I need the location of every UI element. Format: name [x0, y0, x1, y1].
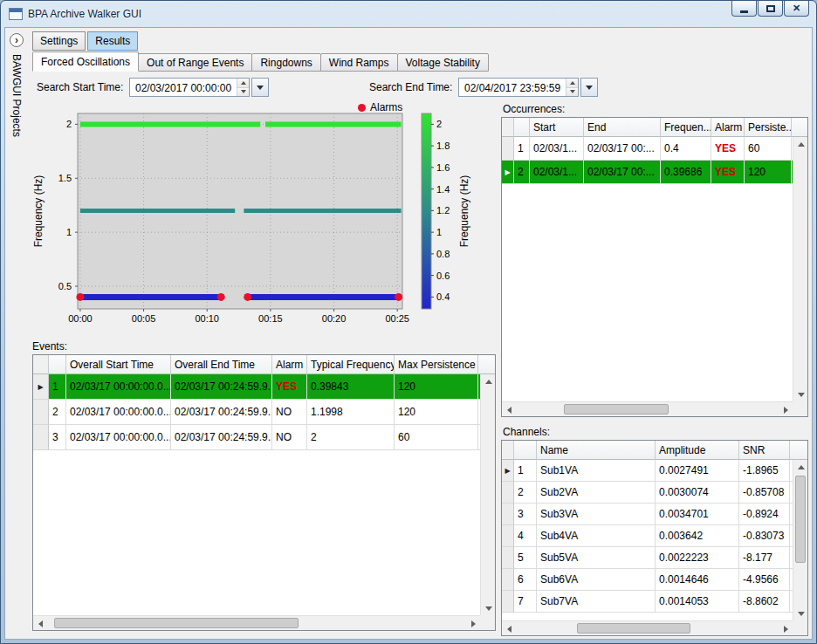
scroll-right-button[interactable] — [779, 402, 793, 417]
cell[interactable]: 0.0014053 — [656, 591, 739, 613]
cell[interactable]: 02/03/1... — [530, 161, 584, 184]
cell[interactable]: 02/03/17 00:00:00.0... — [66, 425, 171, 450]
cell[interactable]: NO — [272, 425, 307, 450]
scrollbar-thumb[interactable] — [577, 623, 690, 634]
column-header[interactable]: End — [584, 118, 661, 137]
table-row[interactable]: 6Sub6VA0.0014646-4.9566 — [502, 569, 807, 591]
cell[interactable]: 2 — [307, 425, 395, 450]
row-header[interactable] — [502, 591, 514, 613]
cell[interactable]: 02/03/17 00:00:00.0... — [66, 400, 171, 425]
column-header[interactable]: Frequen... — [661, 118, 711, 137]
row-header[interactable] — [502, 547, 514, 569]
column-header[interactable]: Overall Start Time — [66, 355, 171, 374]
cell[interactable]: Sub6VA — [537, 569, 656, 591]
cell[interactable]: -1.8965 — [739, 460, 790, 482]
cell[interactable]: 02/03/1... — [530, 137, 584, 161]
cell[interactable]: 02/03/17 00:... — [584, 137, 661, 161]
cell[interactable]: -0.8924 — [739, 504, 790, 525]
cell[interactable]: 3 — [514, 504, 537, 525]
scrollbar-track[interactable] — [47, 616, 466, 630]
tab-results[interactable]: Results — [87, 31, 138, 51]
row-header[interactable] — [502, 525, 514, 547]
column-header[interactable]: Amplitude — [656, 441, 739, 460]
scroll-left-button[interactable] — [33, 616, 47, 631]
scroll-down-button[interactable] — [793, 606, 808, 620]
column-header[interactable]: Alarm — [711, 118, 745, 137]
cell[interactable]: 02/03/17 00:00:00.0... — [66, 374, 171, 400]
cell[interactable]: 120 — [395, 400, 478, 425]
column-header[interactable] — [49, 355, 66, 374]
vertical-scrollbar[interactable] — [793, 460, 807, 620]
column-header[interactable]: Persiste... — [745, 118, 792, 137]
scroll-right-button[interactable] — [466, 616, 480, 631]
row-header[interactable]: ▶ — [502, 460, 514, 482]
cell[interactable]: -4.9566 — [739, 569, 790, 591]
cell[interactable]: YES — [711, 137, 745, 161]
tab-out-of-range-events[interactable]: Out of Range Events — [138, 53, 252, 72]
column-header[interactable] — [514, 118, 530, 137]
cell[interactable]: 1 — [49, 374, 66, 400]
cell[interactable]: 2 — [514, 161, 530, 184]
scrollbar-track[interactable] — [516, 402, 779, 416]
cell[interactable]: 0.0022223 — [656, 547, 739, 569]
vertical-scrollbar[interactable] — [793, 137, 807, 401]
cell[interactable]: 2 — [514, 482, 537, 504]
projects-sidebar-label[interactable]: BAWGUI Projects — [10, 54, 23, 137]
cell[interactable]: 0.003642 — [656, 525, 739, 547]
tab-settings[interactable]: Settings — [32, 31, 86, 51]
cell[interactable]: 0.0014646 — [656, 569, 739, 591]
scrollbar-track[interactable] — [793, 474, 807, 606]
cell[interactable]: -8.8602 — [739, 591, 790, 613]
row-header[interactable] — [502, 569, 514, 591]
cell[interactable]: 0.0030074 — [656, 482, 739, 504]
search-end-time-value[interactable]: 02/04/2017 23:59:59 — [459, 79, 566, 96]
cell[interactable]: 0.4 — [661, 137, 711, 161]
table-row[interactable]: 202/03/17 00:00:00.0...02/03/17 00:24:59… — [33, 400, 495, 425]
column-header[interactable]: Overall End Time — [171, 355, 272, 374]
calendar-dropdown-button[interactable] — [251, 78, 269, 97]
minimize-button[interactable] — [731, 1, 757, 17]
cell[interactable]: 0.39843 — [307, 374, 395, 400]
scroll-down-button[interactable] — [481, 601, 496, 615]
cell[interactable]: -0.85708 — [739, 482, 790, 504]
scroll-up-button[interactable] — [793, 137, 808, 151]
horizontal-scrollbar[interactable] — [33, 615, 480, 630]
cell[interactable]: 0.0034701 — [656, 504, 739, 525]
scroll-right-button[interactable] — [779, 621, 793, 636]
cell[interactable]: 0.0027491 — [656, 460, 739, 482]
scrollbar-track[interactable] — [481, 388, 495, 601]
column-header[interactable]: Typical Frequency — [307, 355, 395, 374]
cell[interactable]: 6 — [514, 569, 537, 591]
cell[interactable]: Sub1VA — [537, 460, 656, 482]
table-row[interactable]: ▶202/03/1...02/03/17 00:...0.39686YES120 — [502, 161, 807, 184]
table-row[interactable]: 7Sub7VA0.0014053-8.8602 — [502, 591, 807, 613]
spin-down-button[interactable] — [237, 88, 249, 97]
row-header[interactable] — [502, 504, 514, 525]
maximize-button[interactable] — [758, 1, 783, 17]
horizontal-scrollbar[interactable] — [502, 620, 793, 635]
cell[interactable]: -0.83073 — [739, 525, 790, 547]
cell[interactable]: Sub5VA — [537, 547, 656, 569]
spin-up-button[interactable] — [237, 79, 249, 88]
table-row[interactable]: 4Sub4VA0.003642-0.83073 — [502, 525, 807, 547]
cell[interactable]: Sub3VA — [537, 504, 656, 525]
table-row[interactable]: 3Sub3VA0.0034701-0.8924 — [502, 504, 807, 525]
cell[interactable]: NO — [272, 400, 307, 425]
column-header[interactable]: Start — [530, 118, 584, 137]
scroll-down-button[interactable] — [793, 387, 808, 401]
cell[interactable]: 02/03/17 00:... — [584, 161, 661, 184]
cell[interactable]: 60 — [395, 425, 478, 450]
cell[interactable]: 120 — [745, 161, 792, 184]
table-row[interactable]: 302/03/17 00:00:00.0...02/03/17 00:24:59… — [33, 425, 495, 450]
tab-wind-ramps[interactable]: Wind Ramps — [320, 53, 398, 72]
scrollbar-thumb[interactable] — [795, 476, 806, 563]
cell[interactable]: 120 — [395, 374, 478, 400]
calendar-dropdown-button[interactable] — [580, 78, 598, 97]
cell[interactable]: 3 — [49, 425, 66, 450]
cell[interactable]: 1 — [514, 137, 530, 161]
table-row[interactable]: 2Sub2VA0.0030074-0.85708 — [502, 482, 807, 504]
scrollbar-track[interactable] — [793, 151, 807, 387]
row-header[interactable] — [33, 425, 49, 450]
cell[interactable]: 60 — [745, 137, 792, 161]
scroll-up-button[interactable] — [793, 460, 808, 474]
